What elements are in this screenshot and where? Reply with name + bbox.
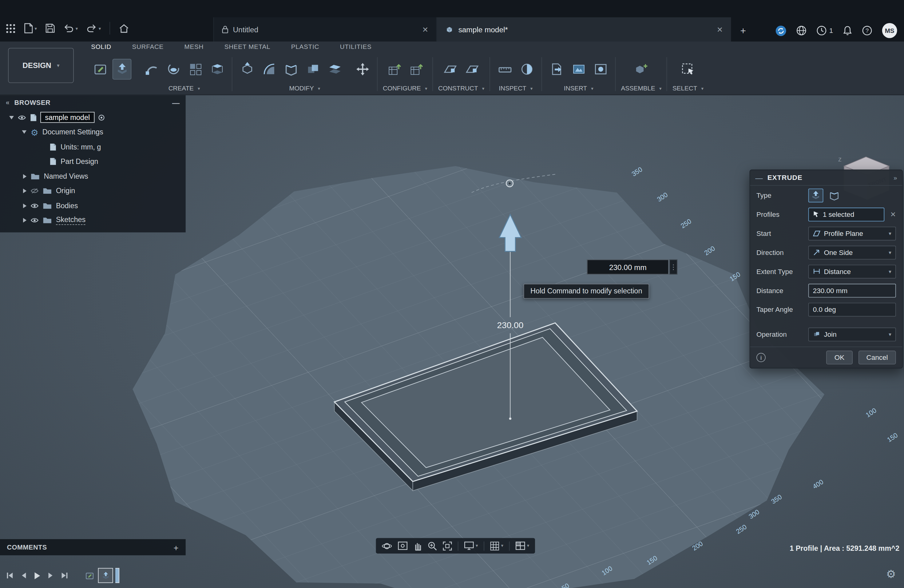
dimension-drag-handle[interactable]: ⋮ bbox=[669, 259, 677, 275]
tab-surface[interactable]: SURFACE bbox=[132, 43, 164, 51]
browser-item-label[interactable]: Part Design bbox=[60, 158, 98, 166]
timeline-sketch-feature[interactable] bbox=[83, 569, 96, 582]
activate-target-icon[interactable] bbox=[98, 114, 105, 121]
grid-settings-icon[interactable]: ▾ bbox=[490, 541, 503, 550]
chevron-right-icon[interactable] bbox=[23, 174, 27, 179]
minimize-browser-icon[interactable]: — bbox=[172, 98, 180, 107]
loft-button[interactable] bbox=[207, 58, 227, 79]
insert-canvas-button[interactable] bbox=[569, 58, 588, 79]
display-settings-icon[interactable]: ▾ bbox=[464, 542, 478, 550]
browser-item-label[interactable]: Document Settings bbox=[43, 128, 103, 136]
viewports-icon[interactable]: ▾ bbox=[515, 542, 529, 550]
browser-item-root[interactable]: sample model bbox=[0, 110, 186, 125]
timeline-go-end-button[interactable] bbox=[60, 571, 69, 579]
info-icon[interactable]: i bbox=[756, 353, 766, 362]
timeline-play-button[interactable] bbox=[33, 571, 41, 580]
new-tab-icon[interactable]: + bbox=[740, 25, 746, 37]
inspect-group-label[interactable]: INSPECT▾ bbox=[499, 83, 533, 93]
chevron-right-icon[interactable] bbox=[23, 203, 27, 208]
activity-clock[interactable]: 1 bbox=[817, 25, 833, 36]
assemble-group-label[interactable]: ASSEMBLE▾ bbox=[621, 83, 662, 93]
file-menu-icon[interactable]: ▾ bbox=[24, 23, 37, 33]
measure-button[interactable] bbox=[495, 58, 514, 79]
extrude-solid-type-button[interactable] bbox=[808, 188, 823, 202]
chevron-down-icon[interactable] bbox=[9, 115, 14, 119]
timeline-go-start-button[interactable] bbox=[6, 571, 14, 579]
cancel-button[interactable]: Cancel bbox=[858, 351, 896, 364]
browser-item-label[interactable]: Sketches bbox=[56, 216, 85, 225]
direction-dropdown[interactable]: One Side ▾ bbox=[808, 245, 896, 259]
pan-icon[interactable] bbox=[413, 541, 422, 550]
distance-inline-input[interactable]: 230.00 mm bbox=[587, 259, 669, 275]
insert-group-label[interactable]: INSERT▾ bbox=[564, 83, 593, 93]
chevron-right-icon[interactable] bbox=[23, 189, 27, 193]
construct-axis-button[interactable] bbox=[463, 58, 482, 79]
browser-item-part-design[interactable]: Part Design bbox=[0, 154, 186, 169]
browser-item-label[interactable]: Origin bbox=[56, 187, 75, 195]
browser-item-named-views[interactable]: Named Views bbox=[0, 169, 186, 183]
close-tab-icon[interactable]: ✕ bbox=[717, 25, 723, 34]
tab-mesh[interactable]: MESH bbox=[185, 43, 204, 51]
chevron-right-icon[interactable] bbox=[23, 218, 27, 223]
timeline-step-back-button[interactable] bbox=[20, 571, 27, 579]
expand-dialog-icon[interactable]: » bbox=[893, 174, 897, 181]
tab-utilities[interactable]: UTILITIES bbox=[340, 43, 372, 51]
fillet-button[interactable] bbox=[259, 58, 278, 79]
construct-group-label[interactable]: CONSTRUCT▾ bbox=[438, 83, 484, 93]
collapse-panel-icon[interactable]: « bbox=[6, 100, 10, 106]
section-analysis-button[interactable] bbox=[517, 58, 536, 79]
insert-decal-button[interactable] bbox=[591, 58, 610, 79]
visibility-eye-icon[interactable] bbox=[30, 203, 38, 209]
collapse-dialog-icon[interactable]: — bbox=[755, 173, 763, 182]
comments-bar[interactable]: COMMENTS + bbox=[0, 539, 186, 555]
revolve-button[interactable] bbox=[164, 58, 183, 79]
browser-item-bodies[interactable]: Bodies bbox=[0, 198, 186, 213]
visibility-eye-icon[interactable] bbox=[30, 217, 38, 223]
ok-button[interactable]: OK bbox=[826, 351, 852, 364]
extent-type-dropdown[interactable]: Distance ▾ bbox=[808, 264, 896, 278]
browser-item-units[interactable]: Units: mm, g bbox=[0, 140, 186, 154]
browser-item-sketches[interactable]: Sketches bbox=[0, 213, 186, 228]
look-at-icon[interactable] bbox=[398, 542, 408, 550]
close-tab-icon[interactable]: ✕ bbox=[422, 25, 428, 34]
document-tab-sample-model[interactable]: sample model* ✕ bbox=[436, 17, 731, 41]
extrude-dialog-header[interactable]: — EXTRUDE » bbox=[750, 170, 902, 186]
start-dropdown[interactable]: Profile Plane ▾ bbox=[808, 226, 896, 240]
clear-selection-icon[interactable]: ✕ bbox=[890, 210, 896, 218]
zoom-icon[interactable] bbox=[428, 541, 437, 550]
extensions-globe-icon[interactable] bbox=[797, 25, 807, 36]
preferences-gear-icon[interactable]: ⚙ bbox=[886, 567, 896, 581]
timeline-extrude-feature-editing[interactable] bbox=[98, 568, 113, 583]
workspace-switcher-button[interactable]: DESIGN▾ bbox=[8, 48, 74, 83]
create-sketch-button[interactable] bbox=[90, 58, 109, 79]
configuration-table-button[interactable] bbox=[406, 58, 425, 79]
browser-item-label[interactable]: Named Views bbox=[44, 172, 88, 180]
save-icon[interactable] bbox=[46, 24, 55, 33]
browser-item-origin[interactable]: Origin bbox=[0, 183, 186, 198]
tab-solid[interactable]: SOLID bbox=[91, 43, 111, 51]
notifications-bell-icon[interactable] bbox=[843, 25, 852, 36]
construct-plane-button[interactable] bbox=[441, 58, 460, 79]
modify-group-label[interactable]: MODIFY▾ bbox=[289, 83, 320, 93]
configure-button[interactable] bbox=[385, 58, 404, 79]
offset-face-button[interactable] bbox=[325, 58, 345, 79]
configure-group-label[interactable]: CONFIGURE▾ bbox=[383, 83, 427, 93]
tab-plastic[interactable]: PLASTIC bbox=[291, 43, 319, 51]
create-group-label[interactable]: CREATE▾ bbox=[169, 83, 200, 93]
fit-view-icon[interactable] bbox=[443, 541, 452, 550]
new-component-button[interactable] bbox=[632, 58, 651, 79]
job-status-icon[interactable] bbox=[776, 25, 787, 36]
add-comment-icon[interactable]: + bbox=[174, 542, 179, 552]
redo-icon[interactable]: ▾ bbox=[86, 24, 101, 33]
move-copy-button[interactable] bbox=[353, 58, 372, 79]
sweep-button[interactable] bbox=[142, 58, 161, 79]
home-icon[interactable] bbox=[119, 24, 129, 33]
visibility-off-eye-icon[interactable] bbox=[30, 188, 38, 194]
browser-item-label[interactable]: Bodies bbox=[56, 202, 78, 210]
orbit-icon[interactable] bbox=[382, 541, 392, 550]
undo-icon[interactable]: ▾ bbox=[63, 24, 78, 33]
profiles-selection-chip[interactable]: 1 selected bbox=[808, 207, 884, 221]
user-avatar[interactable]: MS bbox=[882, 23, 897, 38]
taper-angle-input[interactable]: 0.0 deg bbox=[808, 302, 896, 316]
select-button[interactable] bbox=[676, 58, 700, 79]
